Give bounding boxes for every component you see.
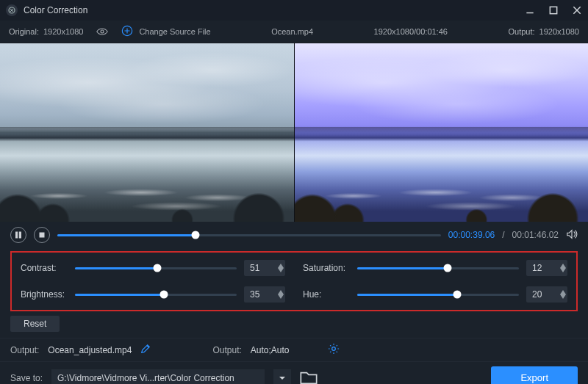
hue-label: Hue:	[303, 289, 350, 300]
stop-button[interactable]	[34, 227, 50, 243]
open-folder-button[interactable]	[300, 369, 318, 385]
hue-spinner[interactable]: 20	[526, 286, 567, 303]
export-button[interactable]: Export	[491, 366, 578, 384]
save-path-value: G:\Vidmore\Vidmore Vi...rter\Color Corre…	[57, 373, 234, 383]
change-source-group[interactable]: Change Source File	[121, 25, 210, 38]
output-file-label: Output:	[10, 345, 39, 355]
save-path-dropdown[interactable]	[273, 369, 291, 385]
edit-filename-icon[interactable]	[140, 344, 151, 356]
window-controls	[525, 5, 582, 15]
svg-rect-6	[40, 233, 44, 237]
titlebar: Color Correction	[0, 0, 588, 21]
app-logo-icon	[6, 4, 18, 16]
output-resolution: 1920x1080	[539, 27, 579, 36]
save-row: Save to: G:\Vidmore\Vidmore Vi...rter\Co…	[0, 361, 588, 384]
svg-rect-1	[550, 7, 556, 13]
window-title: Color Correction	[24, 5, 87, 15]
reset-button[interactable]: Reset	[10, 316, 60, 332]
svg-point-7	[331, 347, 335, 351]
maximize-button[interactable]	[548, 5, 559, 15]
saturation-slider[interactable]	[357, 263, 519, 273]
output-settings-icon[interactable]	[328, 343, 340, 357]
preview-toggle-icon[interactable]	[96, 26, 108, 37]
saturation-value: 12	[532, 263, 542, 273]
time-total: 00:01:46.02	[512, 230, 559, 240]
save-path-field[interactable]: G:\Vidmore\Vidmore Vi...rter\Color Corre…	[51, 369, 265, 385]
progress-slider[interactable]	[57, 229, 441, 241]
reset-row: Reset	[0, 311, 588, 333]
hue-control: Hue: 20	[303, 286, 567, 303]
close-button[interactable]	[572, 5, 582, 15]
contrast-slider[interactable]	[75, 263, 237, 273]
hue-value: 20	[532, 289, 542, 300]
time-current: 00:00:39.06	[448, 230, 495, 240]
change-source-label: Change Source File	[139, 27, 210, 36]
contrast-label: Contrast:	[21, 263, 68, 273]
progress-fill	[57, 234, 196, 236]
saturation-label: Saturation:	[303, 263, 350, 273]
info-bar: Original: 1920x1080 Change Source File O…	[0, 21, 588, 43]
plus-circle-icon	[121, 25, 133, 38]
output-res-label: Output:	[508, 27, 534, 36]
contrast-value: 51	[250, 263, 259, 273]
adjustments-panel: Contrast: 51 Saturation: 12 Brightness:	[10, 251, 578, 311]
contrast-control: Contrast: 51	[21, 260, 285, 276]
svg-rect-4	[16, 232, 18, 238]
preview-adjusted	[294, 43, 589, 222]
save-to-label: Save to:	[10, 373, 43, 383]
source-filename: Ocean.mp4	[271, 27, 313, 36]
minimize-button[interactable]	[525, 5, 535, 15]
original-resolution: 1920x1080	[43, 27, 83, 36]
file-info: 1920x1080/00:01:46	[374, 27, 448, 36]
output-file-name: Ocean_adjusted.mp4	[48, 345, 132, 355]
output-format-label: Output:	[212, 345, 241, 355]
svg-point-2	[101, 30, 104, 33]
titlebar-left: Color Correction	[6, 4, 87, 16]
output-format-value: Auto;Auto	[251, 345, 290, 355]
preview-original	[0, 43, 294, 222]
output-file-row: Output: Ocean_adjusted.mp4 Output: Auto;…	[0, 338, 588, 361]
spinner-arrows[interactable]	[278, 290, 284, 299]
brightness-control: Brightness: 35	[21, 286, 285, 303]
spinner-arrows[interactable]	[560, 290, 566, 299]
preview-panes	[0, 43, 588, 222]
svg-rect-5	[19, 232, 21, 238]
volume-icon[interactable]	[566, 228, 578, 242]
pause-button[interactable]	[10, 227, 26, 243]
transport-bar: 00:00:39.06/00:01:46.02	[0, 222, 588, 248]
brightness-slider[interactable]	[75, 289, 237, 300]
saturation-spinner[interactable]: 12	[526, 260, 567, 276]
brightness-spinner[interactable]: 35	[244, 286, 285, 303]
original-label: Original:	[9, 27, 39, 36]
contrast-spinner[interactable]: 51	[244, 260, 285, 276]
progress-thumb[interactable]	[191, 231, 199, 239]
brightness-value: 35	[250, 289, 259, 300]
brightness-label: Brightness:	[21, 289, 68, 300]
spinner-arrows[interactable]	[560, 264, 566, 272]
time-sep: /	[502, 230, 504, 240]
spinner-arrows[interactable]	[278, 264, 284, 272]
hue-slider[interactable]	[357, 289, 519, 300]
saturation-control: Saturation: 12	[303, 260, 567, 276]
